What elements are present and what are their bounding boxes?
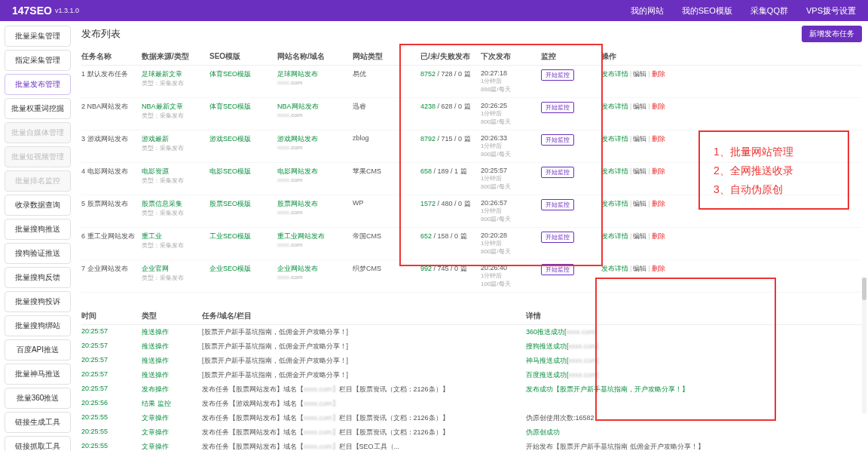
sidebar-item-4[interactable]: 批量自媒体管理 [5,122,71,143]
app-logo: 147SEO [12,5,52,17]
sidebar-item-16[interactable]: 链接生成工具 [5,412,71,433]
sidebar-item-3[interactable]: 批量权重词挖掘 [5,98,71,119]
monitor-button[interactable]: 开始监控 [541,69,574,81]
edit-link[interactable]: 编辑 [633,135,646,143]
edit-link[interactable]: 编辑 [633,265,646,272]
app-version: v1.3.1.0 [55,7,79,14]
col-next: 下次发布 [481,51,541,62]
sidebar-item-12[interactable]: 批量搜狗绑站 [5,315,71,336]
monitor-button[interactable]: 开始监控 [541,102,574,113]
sidebar-item-0[interactable]: 批量采集管理 [5,26,71,47]
log-row: 20:25:55文章操作发布任务【股票网站发布】域名【xxxx.com】栏目【股… [81,425,862,440]
sidebar-item-13[interactable]: 百度API推送 [5,339,71,360]
sidebar-item-5[interactable]: 批量短视频管理 [5,146,71,167]
feature-2: 2、全网推送收录 [714,161,834,180]
delete-link[interactable]: 删除 [652,70,665,78]
edit-link[interactable]: 编辑 [633,200,646,207]
sidebar-item-17[interactable]: 链接抓取工具 [5,436,71,451]
col-source: 数据来源/类型 [142,51,209,62]
log-row: 20:25:57推送操作[股票开户新手基坑指南，低佣金开户攻略分享！]百度推送成… [81,368,862,382]
log-area: 时间 类型 任务/域名/栏目 详情 20:25:57推送操作[股票开户新手基坑指… [81,308,862,451]
sidebar: 批量采集管理指定采集管理批量发布管理批量权重词挖掘批量自媒体管理批量短视频管理批… [0,21,75,451]
col-type: 网站类型 [353,51,420,62]
monitor-button[interactable]: 开始监控 [541,264,574,275]
delete-link[interactable]: 删除 [652,265,665,272]
edit-link[interactable]: 编辑 [633,232,646,240]
view-detail-link[interactable]: 发布详情 [601,200,628,207]
delete-link[interactable]: 删除 [652,135,665,143]
table-row: 1 默认发布任务足球最新文章类型：采集发布体育SEO模版足球网站发布xxxx.c… [81,66,862,98]
table-row: 2 NBA网站发布NBA最新文章类型：采集发布体育SEO模版NBA网站发布xxx… [81,98,862,130]
col-template: SEO模版 [209,51,277,62]
col-stat: 已/未/失败发布 [420,51,481,62]
log-row: 20:25:57推送操作[股票开户新手基坑指南，低佣金开户攻略分享！]360推送… [81,325,862,339]
view-detail-link[interactable]: 发布详情 [601,265,628,272]
sidebar-item-11[interactable]: 批量搜狗投诉 [5,291,71,312]
table-row: 6 重工业网站发布重工业类型：采集发布工业SEO模版重工业网站发布xxxx.co… [81,228,862,260]
nav: 我的网站 我的SEO模版 采集QQ群 VPS拨号设置 [631,5,856,17]
sidebar-item-6[interactable]: 批量排名监控 [5,170,71,192]
monitor-button[interactable]: 开始监控 [541,232,574,243]
feature-1: 1、批量网站管理 [714,143,834,161]
log-row: 20:25:56结果 监控发布任务【游戏网站发布】域名【xxxx.com】 [81,397,862,411]
view-detail-link[interactable]: 发布详情 [601,70,628,78]
delete-link[interactable]: 删除 [652,167,665,175]
log-row: 20:25:57发布操作发布任务【股票网站发布】域名【xxxx.com】栏目【股… [81,382,862,397]
feature-3: 3、自动伪原创 [714,180,834,199]
sidebar-item-2[interactable]: 批量发布管理 [5,74,71,95]
nav-vps[interactable]: VPS拨号设置 [806,5,856,17]
nav-mysites[interactable]: 我的网站 [631,5,664,17]
log-row: 20:25:55文章操作发布任务【股票网站发布】域名【xxxx.com】栏目【S… [81,440,862,451]
edit-link[interactable]: 编辑 [633,167,646,175]
log-col-detail: 详情 [526,311,752,321]
view-detail-link[interactable]: 发布详情 [601,103,628,110]
view-detail-link[interactable]: 发布详情 [601,232,628,240]
sidebar-item-8[interactable]: 批量搜狗推送 [5,219,71,240]
sidebar-item-15[interactable]: 批量360推送 [5,388,71,409]
delete-link[interactable]: 删除 [652,103,665,110]
monitor-button[interactable]: 开始监控 [541,167,574,178]
col-site: 网站名称/域名 [277,51,353,62]
sidebar-item-1[interactable]: 指定采集管理 [5,50,71,71]
sidebar-item-9[interactable]: 搜狗验证推送 [5,243,71,264]
log-col-task: 任务/域名/栏目 [202,311,526,321]
log-scrollbar[interactable] [862,278,866,413]
nav-mytpl[interactable]: 我的SEO模版 [682,5,732,17]
edit-link[interactable]: 编辑 [633,103,646,110]
list-title: 发布列表 [81,27,121,41]
log-row: 20:25:57推送操作[股票开户新手基坑指南，低佣金开户攻略分享！]神马推送成… [81,354,862,368]
view-detail-link[interactable]: 发布详情 [601,135,628,143]
sidebar-item-7[interactable]: 收录数据查询 [5,195,71,216]
log-col-type: 类型 [142,311,202,321]
col-op: 操作 [601,51,692,62]
col-monitor: 监控 [541,51,601,62]
log-row: 20:25:55文章操作发布任务【股票网站发布】域名【xxxx.com】栏目【股… [81,411,862,425]
header-bar: 147SEO v1.3.1.0 我的网站 我的SEO模版 采集QQ群 VPS拨号… [0,0,868,21]
edit-link[interactable]: 编辑 [633,70,646,78]
delete-link[interactable]: 删除 [652,232,665,240]
monitor-button[interactable]: 开始监控 [541,134,574,146]
content: 发布列表 新增发布任务 任务名称 数据来源/类型 SEO模版 网站名称/域名 网… [75,21,868,451]
table-row: 7 企业网站发布企业官网类型：采集发布企业SEO模版企业网站发布xxxx.com… [81,260,862,293]
monitor-button[interactable]: 开始监控 [541,199,574,210]
nav-qq[interactable]: 采集QQ群 [750,5,788,17]
delete-link[interactable]: 删除 [652,200,665,207]
feature-callout: 1、批量网站管理 2、全网推送收录 3、自动伪原创 [698,130,849,210]
log-col-time: 时间 [81,311,142,321]
sidebar-item-14[interactable]: 批量神马推送 [5,364,71,385]
col-taskname: 任务名称 [81,51,142,62]
view-detail-link[interactable]: 发布详情 [601,167,628,175]
sidebar-item-10[interactable]: 批量搜狗反馈 [5,267,71,288]
add-publish-task-button[interactable]: 新增发布任务 [802,26,862,42]
log-row: 20:25:57推送操作[股票开户新手基坑指南，低佣金开户攻略分享！]搜狗推送成… [81,339,862,354]
